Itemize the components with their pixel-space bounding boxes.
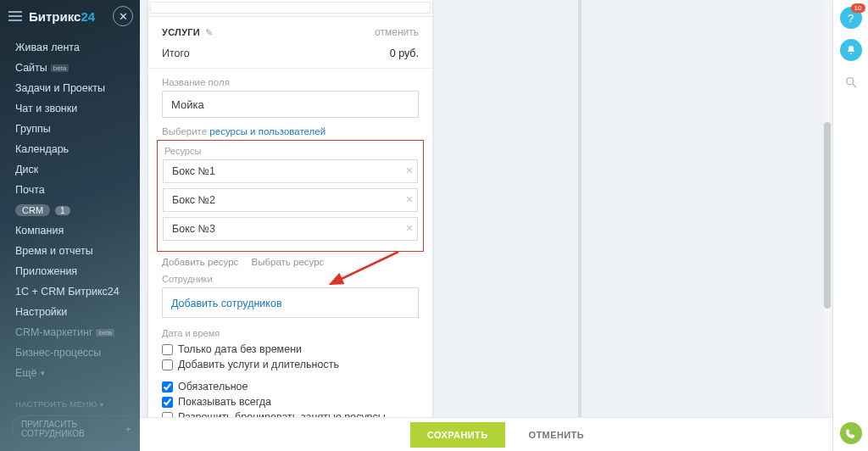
sidebar-item-15[interactable]: Бизнес-процессы: [0, 342, 140, 363]
resource-add-links: Добавить ресурс Выбрать ресурс: [148, 253, 432, 267]
invite-button[interactable]: ПРИГЛАСИТЬ СОТРУДНИКОВ +: [12, 415, 140, 443]
hamburger-icon[interactable]: [8, 11, 22, 21]
brand-name: Битрикс: [29, 9, 81, 24]
sidebar-item-14[interactable]: CRM-маркетингbeta: [0, 322, 140, 342]
sidebar-item-label: Сайты: [15, 62, 47, 74]
sidebar-item-label: Бизнес-процессы: [15, 347, 101, 359]
datetime-label: Дата и время: [148, 318, 432, 342]
scrollbar-thumb[interactable]: [824, 122, 831, 309]
sidebar-item-5[interactable]: Календарь: [0, 139, 140, 159]
sidebar-item-9[interactable]: Компания: [0, 220, 140, 241]
sidebar-item-3[interactable]: Чат и звонки: [0, 98, 140, 119]
sidebar-item-label: Компания: [15, 225, 64, 237]
sidebar-item-label: Настройки: [15, 306, 67, 318]
sidebar-item-label: Почта: [15, 184, 45, 196]
remove-icon[interactable]: ×: [406, 192, 413, 206]
column-divider: [578, 0, 581, 417]
section-header: УСЛУГИ ✎ отменить: [148, 24, 432, 41]
sidebar-item-4[interactable]: Группы: [0, 119, 140, 139]
field-name-input[interactable]: [162, 91, 419, 118]
sidebar-item-label: Время и отчеты: [15, 245, 93, 257]
app-root: Битрикс24 ✕ Живая лентаСайтыbetaЗадачи и…: [0, 0, 868, 451]
settings-panel: УСЛУГИ ✎ отменить Итого 0 руб. Название …: [148, 0, 432, 451]
remove-icon[interactable]: ×: [406, 221, 413, 235]
sidebar-item-label: Группы: [15, 123, 51, 135]
checkbox-add-services[interactable]: Добавить услуги и длительность: [148, 357, 432, 372]
footer-bar: СОХРАНИТЬ ОТМЕНИТЬ: [140, 417, 868, 451]
phone-icon[interactable]: [840, 422, 862, 444]
total-value: 0 руб.: [390, 47, 419, 59]
svg-point-1: [846, 78, 853, 85]
brand-logo: Битрикс24: [29, 9, 95, 24]
sidebar-item-count: 1: [55, 206, 70, 215]
sidebar-item-0[interactable]: Живая лента: [0, 37, 140, 58]
sidebar-item-label: Живая лента: [15, 42, 80, 53]
sidebar-item-label: CRM-маркетинг: [15, 326, 92, 338]
sidebar-item-16[interactable]: Ещё▾: [0, 363, 140, 383]
checkbox-always-show[interactable]: Показывать всегда: [148, 394, 432, 409]
sidebar-item-2[interactable]: Задачи и Проекты: [0, 78, 140, 98]
configure-menu-link[interactable]: НАСТРОИТЬ МЕНЮ ▾: [0, 389, 140, 415]
right-rail: ? 10: [832, 0, 868, 451]
section-title: УСЛУГИ: [162, 27, 200, 37]
sidebar-item-7[interactable]: Почта: [0, 180, 140, 200]
add-resource-link[interactable]: Добавить ресурс: [162, 257, 238, 267]
resource-row: ×: [163, 188, 418, 212]
select-resources-line: Выберите ресурсы и пользователей: [148, 118, 432, 138]
sidebar-item-label: Диск: [15, 164, 38, 175]
footer-save-button[interactable]: СОХРАНИТЬ: [410, 422, 505, 448]
resources-highlight-box: Ресурсы ×××: [157, 140, 424, 252]
search-icon[interactable]: [840, 71, 862, 93]
resources-label: Ресурсы: [163, 144, 418, 159]
sidebar-header: Битрикс24 ✕: [0, 0, 140, 32]
brand-suffix: 24: [81, 9, 95, 24]
field-name-label: Название поля: [148, 69, 432, 91]
add-staff-link[interactable]: Добавить сотрудников: [171, 298, 282, 309]
total-row: Итого 0 руб.: [148, 41, 432, 69]
sidebar: Битрикс24 ✕ Живая лентаСайтыbetaЗадачи и…: [0, 0, 140, 451]
sidebar-item-label: Календарь: [15, 143, 69, 155]
sidebar-item-1[interactable]: Сайтыbeta: [0, 58, 140, 78]
beta-badge: beta: [96, 329, 114, 337]
choose-resource-link[interactable]: Выбрать ресурс: [252, 257, 325, 267]
sidebar-item-11[interactable]: Приложения: [0, 261, 140, 281]
resource-input[interactable]: [163, 217, 418, 241]
svg-line-2: [853, 84, 856, 87]
staff-label: Сотрудники: [148, 267, 432, 287]
footer-cancel-button[interactable]: ОТМЕНИТЬ: [515, 422, 598, 448]
checkbox-date-only[interactable]: Только дата без времени: [148, 342, 432, 357]
panel-top-strip: [148, 2, 432, 17]
sidebar-item-label: Чат и звонки: [15, 103, 77, 114]
sidebar-item-8[interactable]: CRM1: [0, 200, 140, 220]
sidebar-item-10[interactable]: Время и отчеты: [0, 241, 140, 261]
bell-icon[interactable]: [840, 39, 862, 61]
resource-row: ×: [163, 159, 418, 183]
sidebar-item-label: CRM: [15, 204, 50, 216]
sidebar-item-label: Задачи и Проекты: [15, 82, 105, 94]
sidebar-item-6[interactable]: Диск: [0, 159, 140, 180]
help-icon[interactable]: ? 10: [840, 7, 862, 29]
resources-users-link[interactable]: ресурсы и пользователей: [209, 126, 326, 136]
help-badge: 10: [851, 3, 865, 13]
resource-input[interactable]: [163, 188, 418, 212]
sidebar-item-label: Приложения: [15, 265, 77, 277]
staff-box: Добавить сотрудников: [162, 287, 419, 318]
remove-icon[interactable]: ×: [406, 164, 413, 177]
plus-icon: +: [125, 425, 131, 434]
sidebar-item-label: 1С + CRM Битрикс24: [15, 286, 120, 298]
sidebar-menu: Живая лентаСайтыbetaЗадачи и ПроектыЧат …: [0, 32, 140, 383]
main-area: УСЛУГИ ✎ отменить Итого 0 руб. Название …: [140, 0, 868, 451]
section-cancel-link[interactable]: отменить: [375, 26, 419, 38]
sidebar-item-12[interactable]: 1С + CRM Битрикс24: [0, 281, 140, 302]
sidebar-item-13[interactable]: Настройки: [0, 302, 140, 322]
checkbox-required[interactable]: Обязательное: [148, 379, 432, 394]
sidebar-item-label: Ещё: [15, 367, 37, 379]
chevron-down-icon: ▾: [41, 369, 45, 377]
scrollbar-track[interactable]: [824, 3, 831, 414]
resource-row: ×: [163, 217, 418, 241]
total-label: Итого: [162, 47, 190, 59]
beta-badge: beta: [51, 64, 70, 72]
pencil-icon[interactable]: ✎: [205, 27, 213, 38]
resource-input[interactable]: [163, 159, 418, 183]
close-icon[interactable]: ✕: [113, 6, 133, 26]
